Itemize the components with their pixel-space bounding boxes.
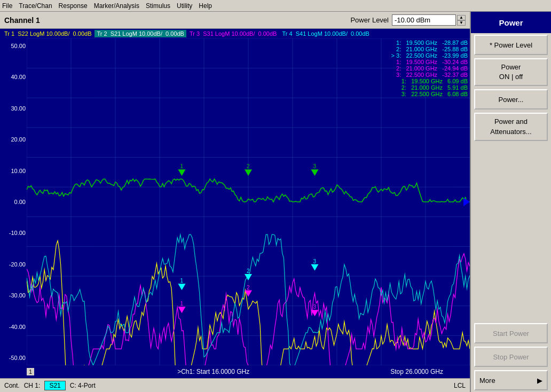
marker-magenta-2: 2: 21.000 GHz -24.94 dB — [391, 65, 468, 72]
marker-magenta-1: 1: 19.500 GHz -30.24 dB — [391, 59, 468, 65]
y-label-0: 50.00 — [11, 43, 26, 49]
y-axis: 50.00 40.00 30.00 20.00 10.00 0.00 -10.0… — [0, 38, 27, 365]
sidebar-title: Power — [471, 12, 551, 33]
menu-utility[interactable]: Utility — [177, 2, 192, 10]
channel-title: Channel 1 — [4, 16, 350, 25]
power-and-attenuators-label: Power andAttenuators... — [490, 117, 531, 136]
power-and-attenuators-button[interactable]: Power andAttenuators... — [474, 113, 548, 140]
marker-cyan-3: > 3: 22.500 GHz -23.99 dB — [391, 52, 468, 59]
y-label-3: 20.00 — [11, 136, 26, 143]
power-level-button[interactable]: * Power Level — [474, 35, 548, 55]
power-level-row: ▲ ▼ — [392, 14, 466, 26]
more-arrow-icon: ▶ — [537, 377, 542, 385]
x-axis-area: 1 >Ch1: Start 16.0000 GHz Stop 26.0000 G… — [0, 365, 470, 378]
sidebar: Power * Power Level PowerON | off Power.… — [470, 12, 551, 392]
status-bar: Cont. CH 1: S21 C: 4-Port LCL — [0, 378, 470, 392]
status-config: C: 4-Port — [70, 382, 96, 389]
menu-marker-analysis[interactable]: Marker/Analysis — [94, 2, 139, 10]
power-level-up[interactable]: ▲ — [457, 15, 466, 20]
y-label-5: 0.00 — [14, 199, 26, 205]
marker-cyan-group: 1: 19.500 GHz -28.87 dB 2: 21.000 GHz -2… — [391, 40, 468, 59]
status-s21: S21 — [44, 381, 65, 390]
sidebar-spacer-1 — [471, 143, 551, 322]
menu-stimulus[interactable]: Stimulus — [146, 2, 170, 10]
marker-green-group: 1: 19.500 GHz 6.09 dB 2: 21.000 GHz 5.91… — [391, 78, 468, 97]
more-label: More — [479, 377, 495, 385]
marker-data-overlay: 1: 19.500 GHz -28.87 dB 2: 21.000 GHz -2… — [391, 40, 468, 97]
power-on-off-button[interactable]: PowerON | off — [474, 58, 548, 86]
marker-magenta-group: 1: 19.500 GHz -30.24 dB 2: 21.000 GHz -2… — [391, 59, 468, 78]
y-label-7: -20.00 — [9, 261, 26, 268]
power-level-input[interactable] — [392, 14, 456, 26]
trace4-header[interactable]: Tr 4 S41 LogM 10.00dB/ 0.00dB — [280, 30, 371, 37]
trace3-header[interactable]: Tr 3 S31 LogM 10.00dB/ 0.00dB — [187, 30, 279, 37]
trace1-header[interactable]: Tr 1 S22 LogM 10.00dB/ 0.00dB — [2, 30, 93, 37]
y-label-1: 40.00 — [11, 74, 26, 80]
status-ch1-label: CH 1: — [24, 382, 41, 389]
x-axis-stop: Stop 26.0000 GHz — [390, 368, 443, 375]
marker-green-2: 2: 21.000 GHz 5.91 dB — [391, 84, 468, 91]
menu-help[interactable]: Help — [199, 2, 212, 10]
y-label-9: -40.00 — [9, 324, 26, 330]
marker-green-3: 3: 22.500 GHz 6.08 dB — [391, 91, 468, 97]
menubar: File Trace/Chan Response Marker/Analysis… — [0, 0, 551, 12]
power-level-spinner: ▲ ▼ — [457, 15, 466, 26]
x-axis-start: >Ch1: Start 16.0000 GHz — [177, 368, 249, 375]
main-area: Channel 1 Power Level ▲ ▼ Tr 1 S22 LogM … — [0, 12, 551, 392]
power-level-label: Power Level — [350, 16, 389, 24]
channel-header: Channel 1 Power Level ▲ ▼ — [0, 12, 470, 29]
power-level-down[interactable]: ▼ — [457, 20, 466, 26]
y-label-10: -50.00 — [9, 355, 26, 361]
marker-cyan-1: 1: 19.500 GHz -28.87 dB — [391, 40, 468, 46]
y-label-6: -10.00 — [9, 230, 26, 236]
trace-headers: Tr 1 S22 LogM 10.00dB/ 0.00dB Tr 2 S21 L… — [0, 29, 470, 38]
power-ellipsis-button[interactable]: Power... — [474, 89, 548, 109]
power-ellipsis-label: Power... — [499, 96, 524, 104]
menu-response[interactable]: Response — [59, 2, 88, 10]
status-lcl: LCL — [454, 382, 466, 389]
menu-trace-chan[interactable]: Trace/Chan — [19, 2, 52, 10]
more-button[interactable]: More ▶ — [474, 370, 548, 390]
channel-area: Channel 1 Power Level ▲ ▼ Tr 1 S22 LogM … — [0, 12, 470, 392]
status-cont: Cont. — [4, 382, 20, 389]
y-label-2: 30.00 — [11, 105, 26, 112]
start-power-label: Start Power — [493, 330, 529, 338]
start-power-button[interactable]: Start Power — [474, 323, 548, 343]
marker-green-1: 1: 19.500 GHz 6.09 dB — [391, 78, 468, 84]
stop-power-label: Stop Power — [493, 353, 529, 361]
chart-container: 50.00 40.00 30.00 20.00 10.00 0.00 -10.0… — [0, 38, 470, 365]
marker-cyan-2: 2: 21.000 GHz -25.88 dB — [391, 46, 468, 52]
chart-number: 1 — [27, 368, 34, 375]
marker-magenta-3: 3: 22.500 GHz -32.37 dB — [391, 72, 468, 78]
power-level-button-label: * Power Level — [490, 41, 532, 49]
trace2-header[interactable]: Tr 2 S21 LogM 10.00dB/ 0.00dB — [95, 30, 186, 37]
chart-inner: 1: 19.500 GHz -28.87 dB 2: 21.000 GHz -2… — [27, 38, 470, 365]
y-label-4: 10.00 — [11, 168, 26, 174]
y-label-8: -30.00 — [9, 292, 26, 299]
power-on-off-label: PowerON | off — [499, 62, 523, 82]
stop-power-button[interactable]: Stop Power — [474, 347, 548, 367]
menu-file[interactable]: File — [2, 2, 12, 10]
